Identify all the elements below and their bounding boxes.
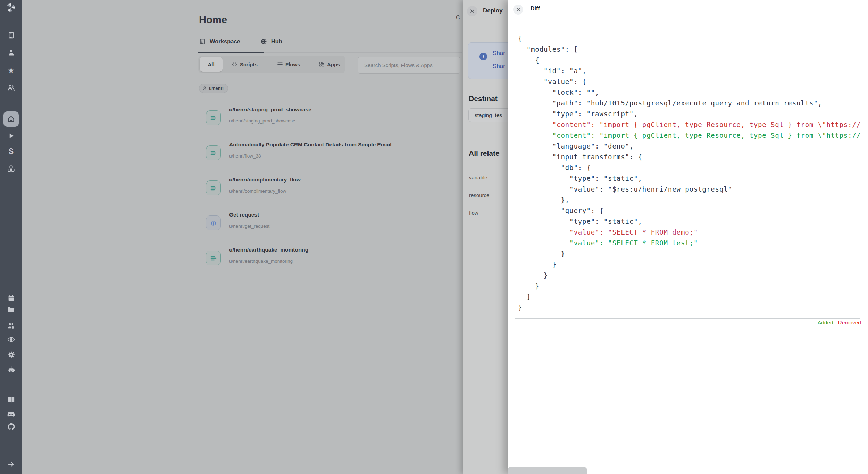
variables-dollar-icon[interactable]: $ (7, 147, 15, 155)
search-input[interactable] (364, 62, 455, 68)
settings-gear-icon[interactable] (7, 350, 15, 359)
deploy-modal-title: Deploy (483, 7, 503, 14)
drawer-header-divider (508, 20, 868, 20)
sidebar-divider (0, 17, 22, 17)
filter-all-label: All (208, 61, 214, 67)
list-item[interactable]: u/henri/staging_prod_showcase u/henri/st… (199, 101, 463, 136)
sidebar: ★ $ (0, 0, 22, 474)
tab-hub-label: Hub (271, 38, 282, 45)
schedules-calendar-icon[interactable] (7, 294, 15, 302)
item-title: u/henri/earthquake_monitoring (229, 247, 308, 253)
info-link-1[interactable]: Shar (493, 50, 505, 57)
legend-added: Added (818, 320, 833, 326)
item-path: u/henri/flow_38 (229, 153, 261, 159)
item-path: u/henri/staging_prod_showcase (229, 118, 295, 124)
folders-icon[interactable] (7, 306, 15, 314)
resources-cubes-icon[interactable] (7, 164, 15, 173)
filter-scripts-label: Scripts (240, 61, 258, 67)
list-item[interactable]: Get request u/henri/get_request (199, 206, 463, 241)
horizontal-scrollbar-thumb[interactable] (508, 467, 587, 474)
layout-grid-icon (319, 61, 325, 67)
flow-icon (206, 251, 221, 265)
tab-workspace[interactable]: Workspace (199, 38, 240, 45)
legend-removed: Removed (838, 320, 861, 326)
person-icon (202, 86, 207, 91)
flow-icon (206, 180, 221, 195)
item-path: u/henri/complimentary_flow (229, 188, 286, 194)
sidebar-item-home[interactable] (3, 111, 19, 127)
owner-chip-label: u/henri (209, 86, 224, 91)
filter-flows-label: Flows (285, 61, 300, 67)
windmill-logo-icon[interactable] (6, 3, 16, 12)
related-type: flow (469, 210, 478, 216)
discord-icon[interactable] (7, 410, 15, 418)
info-link-2[interactable]: Shar (493, 63, 505, 70)
page-title: Home (199, 14, 227, 26)
item-list: u/henri/staging_prod_showcase u/henri/st… (199, 101, 463, 276)
item-title: Automatically Populate CRM Contact Detai… (229, 142, 392, 148)
owner-filter-chip[interactable]: u/henri (199, 84, 228, 93)
close-icon (516, 7, 521, 12)
list-item[interactable]: u/henri/earthquake_monitoring u/henri/ea… (199, 241, 463, 276)
destination-value: staging_tes (475, 112, 502, 118)
drawer-close-button[interactable] (513, 5, 523, 15)
diff-legend: Added Removed (818, 320, 861, 326)
bars-icon (277, 61, 283, 67)
create-button-clipped[interactable]: C (456, 15, 460, 21)
search-box (358, 57, 460, 74)
star-icon[interactable]: ★ (7, 66, 15, 75)
windmill-app: ★ $ (0, 0, 868, 474)
home-icon (7, 115, 15, 123)
related-type: resource (469, 192, 489, 198)
runs-play-icon[interactable] (7, 132, 15, 140)
filter-flows[interactable]: Flows (277, 56, 300, 73)
group-icon[interactable] (7, 84, 15, 92)
active-tab-underline (198, 52, 264, 53)
filter-apps-label: Apps (327, 61, 340, 67)
globe-icon (260, 38, 267, 45)
tab-hub[interactable]: Hub (260, 38, 282, 45)
building-icon (199, 38, 206, 45)
item-title: u/henri/staging_prod_showcase (229, 107, 311, 113)
ai-robot-icon[interactable] (7, 366, 15, 374)
code-icon (232, 61, 237, 67)
filter-apps[interactable]: Apps (319, 56, 340, 73)
collapse-arrow-icon[interactable] (7, 460, 15, 468)
sidebar-divider-bottom (0, 451, 22, 451)
groups-settings-icon[interactable] (7, 322, 15, 330)
user-icon[interactable] (7, 48, 15, 57)
audit-eye-icon[interactable] (7, 335, 15, 344)
script-icon (206, 215, 221, 230)
diff-code-box: { "modules": [ { "id": "a", "value": { "… (515, 31, 860, 319)
flow-icon (206, 110, 221, 125)
filter-all[interactable]: All (200, 57, 223, 72)
flow-icon (206, 145, 221, 160)
filter-scripts[interactable]: Scripts (232, 56, 258, 73)
list-item[interactable]: u/henri/complimentary_flow u/henri/compl… (199, 171, 463, 206)
tab-workspace-label: Workspace (210, 38, 240, 45)
github-icon[interactable] (7, 422, 15, 431)
destination-heading: Destinat (469, 94, 498, 103)
item-title: u/henri/complimentary_flow (229, 177, 301, 183)
diff-code: { "modules": [ { "id": "a", "value": { "… (515, 31, 860, 313)
related-type: variable (469, 175, 487, 180)
modal-close-button[interactable] (467, 6, 477, 16)
info-icon: i (479, 53, 487, 60)
tab-bar: Workspace Hub (199, 38, 282, 45)
item-title: Get request (229, 212, 259, 218)
related-heading: All relate (469, 149, 500, 158)
item-path: u/henri/earthquake_monitoring (229, 259, 293, 264)
diff-drawer: Diff { "modules": [ { "id": "a", "value"… (508, 0, 868, 474)
item-path: u/henri/get_request (229, 223, 269, 229)
close-icon (470, 9, 475, 14)
list-item[interactable]: Automatically Populate CRM Contact Detai… (199, 136, 463, 171)
workspace-building-icon[interactable] (7, 31, 15, 39)
docs-book-icon[interactable] (7, 395, 15, 404)
diff-drawer-title: Diff (531, 6, 540, 12)
